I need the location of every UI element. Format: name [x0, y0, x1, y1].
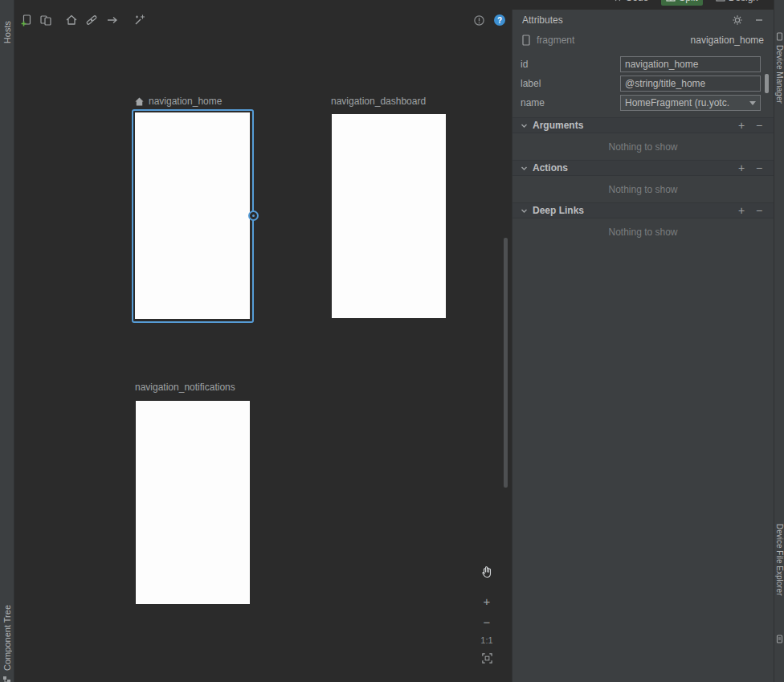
component-id-label: navigation_home	[691, 35, 764, 46]
section-deep-links-header[interactable]: Deep Links + −	[512, 202, 774, 218]
start-destination-home-icon	[134, 96, 145, 107]
component-row: fragment navigation_home	[512, 31, 774, 50]
remove-deep-link-button[interactable]: −	[753, 205, 766, 216]
chevron-down-icon	[521, 122, 528, 129]
fragment-label-navigation-dashboard: navigation_dashboard	[331, 96, 426, 107]
issues-indicator-icon[interactable]	[472, 13, 486, 27]
action-handle[interactable]	[248, 210, 259, 221]
remove-action-button[interactable]: −	[753, 162, 766, 174]
zoom-to-fit-icon[interactable]	[479, 650, 495, 666]
section-arguments: Arguments + − Nothing to show	[512, 117, 774, 160]
action-arrow-icon[interactable]	[105, 13, 120, 27]
add-deep-link-button[interactable]: +	[735, 205, 748, 216]
component-type-label: fragment	[537, 35, 574, 46]
attributes-panel-scrollbar[interactable]	[765, 74, 769, 93]
tool-button-device-manager[interactable]: Device Manager	[775, 45, 784, 104]
section-actions-header[interactable]: Actions + −	[512, 160, 774, 176]
tool-button-device-file-explorer[interactable]: Device File Explorer	[775, 524, 784, 595]
canvas-vertical-scrollbar[interactable]	[504, 238, 508, 488]
tool-button-hosts[interactable]: Hosts	[2, 21, 12, 43]
fragment-label-navigation-home: navigation_home	[134, 96, 222, 107]
device-file-explorer-icon[interactable]	[775, 635, 784, 643]
fragment-label-text: navigation_home	[149, 96, 222, 107]
tool-button-component-tree[interactable]: Component Tree	[2, 605, 12, 671]
auto-arrange-icon[interactable]	[133, 13, 147, 27]
attribute-sections: Arguments + − Nothing to show Actions + …	[512, 117, 774, 245]
id-field[interactable]	[620, 56, 761, 72]
chevron-down-icon	[521, 165, 528, 172]
component-tree-icon[interactable]	[2, 676, 12, 682]
fragment-preview-navigation-notifications[interactable]	[136, 401, 250, 604]
deep-link-icon[interactable]	[84, 13, 99, 27]
section-title: Deep Links	[533, 205, 584, 216]
design-tab-icon	[716, 0, 725, 2]
tab-code-label: Code	[626, 0, 649, 3]
field-row-id: id	[512, 55, 774, 74]
fragment-label-text: navigation_dashboard	[331, 96, 426, 107]
name-dropdown-value: HomeFragment (ru.yotc.	[625, 97, 746, 108]
fragment-label-navigation-notifications: navigation_notifications	[135, 382, 235, 393]
section-title: Arguments	[533, 120, 583, 131]
attributes-panel-title: Attributes	[522, 14, 563, 26]
code-tab-icon	[613, 0, 623, 2]
id-field-label: id	[521, 59, 620, 70]
field-row-label: label	[512, 74, 774, 93]
section-empty-text: Nothing to show	[512, 176, 774, 202]
tab-design[interactable]: Design	[711, 0, 763, 6]
fragment-preview-navigation-dashboard[interactable]	[332, 114, 446, 318]
attribute-fields: id label name HomeFragment (ru.yotc.	[512, 50, 774, 112]
fragment-icon	[522, 35, 530, 46]
fragment-label-text: navigation_notifications	[135, 382, 235, 393]
attributes-panel-header: Attributes	[512, 10, 774, 31]
remove-argument-button[interactable]: −	[753, 120, 766, 131]
new-destination-button[interactable]	[19, 13, 34, 27]
section-actions: Actions + − Nothing to show	[512, 160, 774, 202]
tab-design-label: Design	[729, 0, 758, 3]
help-icon[interactable]: ?	[492, 13, 507, 27]
section-deep-links: Deep Links + − Nothing to show	[512, 202, 774, 245]
zoom-controls: + − 1:1	[479, 564, 495, 666]
nested-graph-icon[interactable]	[39, 13, 53, 27]
zoom-level-label[interactable]: 1:1	[480, 635, 492, 645]
tab-code[interactable]: Code	[608, 0, 654, 6]
navigation-editor-window: Code Split Design Hosts Component Tree	[0, 0, 784, 682]
zoom-out-button[interactable]: −	[479, 614, 495, 630]
tab-split[interactable]: Split	[661, 0, 702, 6]
section-empty-text: Nothing to show	[512, 218, 774, 245]
label-field-label: label	[521, 78, 620, 89]
device-manager-icon[interactable]	[775, 32, 784, 41]
left-tool-strip: Hosts Component Tree	[0, 0, 14, 682]
gear-icon[interactable]	[732, 14, 743, 26]
zoom-in-button[interactable]: +	[479, 593, 495, 609]
editor-mode-tabs: Code Split Design	[608, 0, 763, 6]
pan-hand-icon[interactable]	[479, 564, 495, 580]
right-tool-strip: Device Manager Device File Explorer	[774, 0, 784, 682]
field-row-name: name HomeFragment (ru.yotc.	[512, 93, 774, 112]
label-field[interactable]	[620, 76, 761, 92]
tab-split-label: Split	[679, 0, 697, 3]
fragment-preview-navigation-home[interactable]	[135, 112, 250, 319]
hide-panel-icon[interactable]	[754, 15, 764, 25]
name-field-label: name	[521, 97, 620, 108]
chevron-down-icon	[521, 207, 528, 214]
section-title: Actions	[533, 162, 568, 174]
split-tab-icon	[666, 0, 676, 2]
section-empty-text: Nothing to show	[512, 133, 774, 160]
chevron-down-icon	[749, 101, 756, 105]
add-action-button[interactable]: +	[735, 162, 748, 174]
add-argument-button[interactable]: +	[735, 120, 748, 131]
name-dropdown[interactable]: HomeFragment (ru.yotc.	[620, 95, 761, 111]
section-arguments-header[interactable]: Arguments + −	[512, 117, 774, 133]
attributes-panel: Attributes fragment navigation_home id l…	[512, 10, 774, 682]
assign-start-destination-button[interactable]	[64, 13, 79, 27]
